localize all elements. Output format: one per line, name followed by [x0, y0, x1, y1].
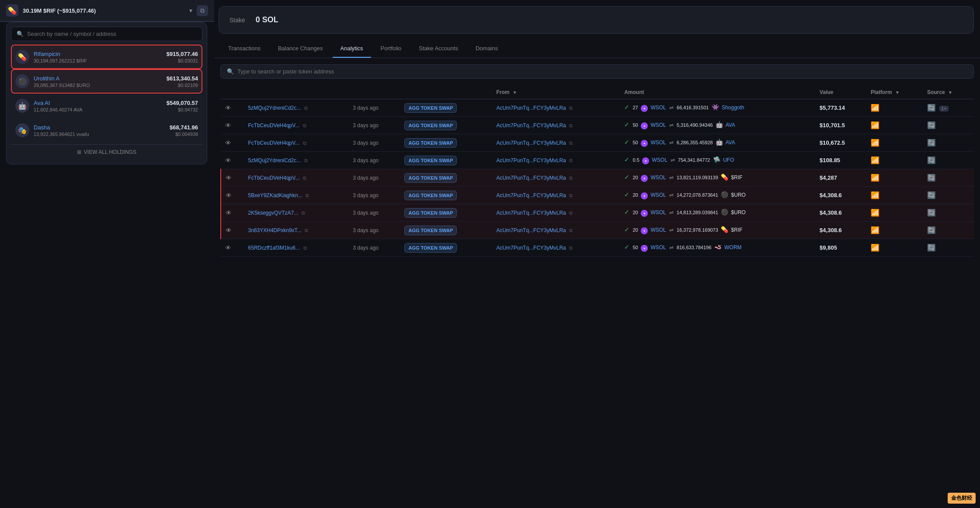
copy-icon[interactable]: ⧉	[569, 228, 573, 233]
from-address[interactable]: AcUm7PunTq...FCY3yMvLRa	[496, 105, 566, 111]
from-address[interactable]: AcUm7PunTq...FCY3yMvLRa	[496, 192, 566, 198]
from-address[interactable]: AcUm7PunTq...FCY3yMvLRa	[496, 210, 566, 216]
tx-hash[interactable]: 5BxeY9ZKadKiaghkn...	[248, 192, 302, 198]
copy-icon[interactable]: ⧉	[569, 140, 573, 146]
to-token-name[interactable]: $URO	[731, 209, 746, 216]
platform-filter-icon[interactable]: ▼	[895, 90, 900, 95]
tx-hash[interactable]: FcTbCeuDVeH4qpV...	[248, 140, 300, 146]
eye-icon[interactable]: 👁	[225, 139, 231, 146]
from-token-name[interactable]: WSOL	[650, 174, 666, 181]
tx-hash[interactable]: 5zMQuj2YdreniCd2c...	[248, 157, 301, 164]
eye-icon[interactable]: 👁	[225, 157, 231, 164]
holding-usd: $68,741.96	[170, 124, 198, 131]
copy-icon[interactable]: ⧉	[303, 123, 306, 128]
time-badge: 3 days ago	[353, 105, 379, 111]
holding-item[interactable]: 🤖 Ava AI 11,602,846.40274 AVA $549,070.5…	[11, 94, 202, 118]
tab-analytics[interactable]: Analytics	[333, 40, 371, 58]
eye-icon[interactable]: 👁	[226, 192, 232, 199]
copy-icon[interactable]: ⧉	[569, 158, 573, 163]
tab-transactions[interactable]: Transactions	[220, 40, 268, 58]
eye-icon[interactable]: 👁	[225, 122, 231, 129]
copy-icon[interactable]: ⧉	[303, 245, 307, 251]
from-address[interactable]: AcUm7PunTq...FCY3yMvLRa	[496, 245, 566, 251]
copy-icon[interactable]: ⧉	[569, 210, 573, 216]
swap-arrow-icon: ⇌	[669, 192, 674, 198]
source-cell: 🔄	[923, 239, 974, 257]
plus-badge: 1+	[939, 106, 949, 111]
from-token-name[interactable]: WSOL	[650, 209, 666, 216]
copy-icon[interactable]: ⧉	[569, 193, 573, 198]
tx-hash[interactable]: 2K5kseggvQVTzA7...	[248, 210, 299, 216]
to-token-name[interactable]: UFO	[723, 157, 734, 163]
holdings-search-input[interactable]	[27, 31, 197, 37]
copy-icon[interactable]: ⧉	[569, 123, 573, 128]
tx-hash[interactable]: FcTbCeuDVeH4qpV...	[248, 122, 300, 129]
holding-name: Ava AI	[34, 100, 167, 106]
copy-icon[interactable]: ⧉	[569, 175, 573, 181]
tx-hash[interactable]: FcTbCeuDVeH4qpV...	[248, 175, 300, 181]
from-token-name[interactable]: WSOL	[652, 157, 667, 163]
copy-icon[interactable]: ⧉	[302, 210, 305, 216]
to-token-name[interactable]: AVA	[726, 122, 735, 128]
tab-domains[interactable]: Domains	[468, 40, 506, 58]
from-token-name[interactable]: WSOL	[650, 244, 666, 251]
tab-stake-accounts[interactable]: Stake Accounts	[411, 40, 466, 58]
source-filter-icon[interactable]: ▼	[948, 90, 952, 95]
wallet-selector[interactable]: 💊 30.19M $RIF (~$915,077.46) ▾ ⧉	[0, 0, 214, 21]
token-search-bar[interactable]: 🔍	[220, 64, 974, 79]
tx-hash[interactable]: 5zMQuj2YdreniCd2c...	[248, 105, 301, 111]
value-cell: $9,805	[815, 239, 866, 257]
from-address[interactable]: AcUm7PunTq...FCY3yMvLRa	[496, 227, 566, 233]
value-cell: $4,308.6	[815, 204, 866, 222]
eye-icon[interactable]: 👁	[226, 227, 232, 234]
tab-portfolio[interactable]: Portfolio	[373, 40, 410, 58]
to-token-name[interactable]: $RIF	[731, 227, 743, 233]
holdings-dropdown: 🔍 💊 Rifampicin 30,194,097.262212 $RIF $9…	[6, 22, 207, 164]
holding-item[interactable]: ⚫ Urolithin A 29,085,367.913482 $URO $61…	[11, 69, 202, 94]
copy-icon[interactable]: ⧉	[569, 105, 573, 111]
from-address[interactable]: AcUm7PunTq...FCY3yMvLRa	[496, 122, 566, 129]
eye-icon[interactable]: 👁	[226, 209, 232, 216]
from-token-name[interactable]: WSOL	[650, 139, 666, 146]
from-address[interactable]: AcUm7PunTq...FCY3yMvLRa	[496, 157, 566, 164]
copy-icon[interactable]: ⧉	[305, 228, 308, 233]
eye-icon[interactable]: 👁	[225, 244, 231, 251]
to-token-name[interactable]: WORM	[724, 244, 741, 251]
tab-balance-changes[interactable]: Balance Changes	[270, 40, 331, 58]
view-all-holdings-button[interactable]: ⊞ VIEW ALL HOLDINGS	[11, 144, 202, 160]
swap-badge: AGG TOKEN SWAP	[404, 173, 457, 183]
stake-value: 0 SOL	[256, 15, 278, 24]
to-token-name[interactable]: $URO	[731, 192, 746, 198]
from-filter-icon[interactable]: ▼	[513, 90, 517, 95]
copy-icon[interactable]: ⧉	[303, 140, 306, 146]
to-token-emoji: 🛸	[713, 156, 720, 163]
copy-icon[interactable]: ⧉	[306, 193, 309, 198]
from-token-name[interactable]: WSOL	[650, 104, 666, 111]
swap-badge: AGG TOKEN SWAP	[404, 138, 457, 148]
copy-icon[interactable]: ⧉	[304, 105, 308, 111]
to-token-name[interactable]: AVA	[726, 139, 735, 146]
holding-item[interactable]: 🎭 Dasha 13,922,365.964621 vvaifu $68,741…	[11, 118, 202, 143]
value-cell: $108.85	[815, 152, 866, 169]
tx-hash[interactable]: 65RDczff1af3M1ku6...	[248, 245, 300, 251]
from-address[interactable]: AcUm7PunTq...FCY3yMvLRa	[496, 140, 566, 146]
holdings-search-box[interactable]: 🔍	[11, 27, 202, 41]
wallet-copy-button[interactable]: ⧉	[197, 5, 208, 16]
to-token-name[interactable]: $RIF	[731, 174, 743, 181]
holding-price: $0.04732	[167, 107, 198, 112]
from-token-name[interactable]: WSOL	[650, 192, 666, 198]
from-address[interactable]: AcUm7PunTq...FCY3yMvLRa	[496, 175, 566, 181]
token-search-input[interactable]	[237, 68, 967, 75]
from-token-name[interactable]: WSOL	[650, 227, 666, 233]
from-token-name[interactable]: WSOL	[650, 122, 666, 128]
copy-icon[interactable]: ⧉	[304, 158, 308, 163]
eye-icon[interactable]: 👁	[225, 104, 231, 111]
to-token-name[interactable]: Shoggoth	[722, 104, 744, 111]
tx-hash[interactable]: 3n63YXH4DPxkn9xT...	[248, 227, 302, 233]
copy-icon[interactable]: ⧉	[569, 245, 573, 251]
platform-cell: 📶	[866, 204, 923, 222]
eye-icon[interactable]: 👁	[226, 174, 232, 181]
holding-item[interactable]: 💊 Rifampicin 30,194,097.262212 $RIF $915…	[11, 45, 202, 69]
col-platform: Platform ▼	[866, 86, 923, 99]
copy-icon[interactable]: ⧉	[303, 175, 306, 181]
